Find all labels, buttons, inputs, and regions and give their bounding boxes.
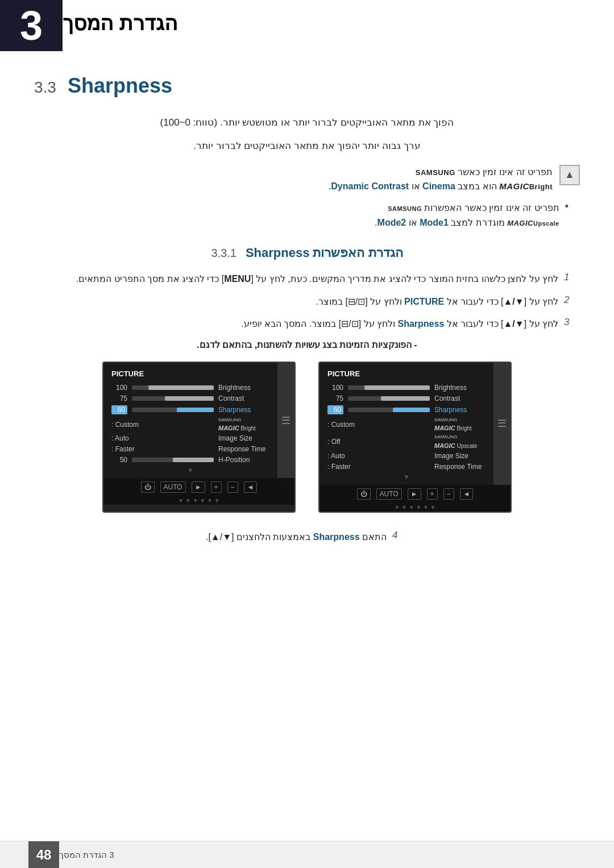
ctrl-power-left: ⏻ (357, 488, 371, 500)
header: הגדרת המסך 3 (0, 0, 614, 51)
monitor-right-inner: PICTURE Brightness 100 Contrast (103, 363, 277, 478)
footer: 48 3 הגדרת המסך (0, 841, 614, 868)
ctrl-minus-left: − (443, 488, 454, 500)
monitor-right-row-brightness: Brightness 100 (111, 384, 269, 392)
footer-page-number: 48 (28, 841, 59, 869)
ctrl-auto-right: AUTO (160, 481, 186, 493)
ctrl-power-right: ⏻ (141, 481, 155, 493)
section-title: Sharpness (68, 74, 172, 98)
monitor-right-flex: ☰ PICTURE Brightness 100 Contrast (103, 363, 294, 478)
r-brightness-value: 100 (111, 384, 127, 392)
chapter-title: הגדרת המסך (63, 0, 212, 51)
monitor-right-more: ▼ (111, 467, 269, 474)
step-4-number: 4 (392, 530, 408, 541)
footer-text: 3 הגדרת המסך (59, 850, 114, 860)
steps-container: 1 לחץ על לחצן כלשהו בחזית המוצר כדי להצי… (34, 272, 580, 331)
magicbright-value: : Custom (327, 421, 355, 429)
monitor-left-row-responsetime: Response Time : Faster (327, 463, 486, 471)
step-1-number: 1 (564, 272, 580, 283)
r-sharpness-label: Sharpness (218, 406, 269, 414)
monitor-right-row-contrast: Contrast 75 (111, 394, 269, 402)
section-number: 3.3 (34, 78, 56, 97)
note-text-2: תפריט זה אינו זמין כאשר האפשרות SAMSUNGM… (375, 201, 559, 230)
monitor-left-label: PICTURE (327, 369, 486, 378)
sharpness-label: Sharpness (434, 406, 486, 414)
notes-container: ▲ תפריט זה אינו זמין כאשר SAMSUNGMAGICBr… (34, 165, 580, 230)
monitor-left-bottom: ◄ − + ► AUTO ⏻ (320, 485, 511, 503)
r-responsetime-value: : Faster (111, 445, 135, 453)
contrast-bar (348, 396, 430, 401)
section-heading: 3.3 Sharpness (34, 74, 580, 98)
sharpness-bar (348, 408, 430, 412)
r-contrast-value: 75 (111, 394, 127, 402)
monitor-right-icon: ☰ (281, 414, 291, 427)
monitor-left-icon-box: ☰ (493, 363, 511, 485)
magicupscale-label: SAMSUNGMAGIC Upscale (434, 434, 486, 448)
main-content: 3.3 Sharpness הפוך את מתאר האובייקטים לב… (0, 51, 614, 575)
description-2: ערך גבוה יותר יהפוך את מתאר האובייקטים ל… (34, 138, 580, 155)
ctrl-plus-right: + (211, 481, 222, 493)
monitor-right-icon-box: ☰ (277, 363, 294, 478)
step-1: 1 לחץ על לחצן כלשהו בחזית המוצר כדי להצי… (34, 272, 580, 286)
r-magicbright-value: : Custom (111, 421, 139, 429)
monitor-right-row-magicbright: SAMSUNGMAGIC Bright : Custom (111, 417, 269, 431)
description-1: הפוך את מתאר האובייקטים לברור יותר או מט… (34, 115, 580, 131)
monitors-row: ☰ PICTURE Brightness 100 Contrast (34, 362, 580, 513)
step-3-number: 3 (564, 317, 580, 328)
subsection-title: הגדרת האפשרות Sharpness (246, 246, 403, 260)
r-brightness-label: Brightness (218, 384, 269, 392)
ctrl-fwd-right: ► (192, 481, 205, 493)
monitor-left-row-imagesize: Image Size : Auto (327, 452, 486, 460)
step-2-text: לחץ על [▼/▲] כדי לעבור אל PICTURE ולחץ ע… (316, 294, 559, 309)
subsection-heading: 3.3.1 הגדרת האפשרות Sharpness (34, 246, 580, 260)
brightness-bar (348, 385, 430, 390)
monitor-left-inner: PICTURE Brightness 100 Contrast (320, 363, 493, 485)
note-item-2: • תפריט זה אינו זמין כאשר האפשרות SAMSUN… (34, 201, 580, 230)
note-icon: ▲ (559, 165, 580, 185)
monitor-right-nav: ▼ ▼ ▼ ▼ ▼ ▼ (103, 496, 294, 505)
r-contrast-label: Contrast (218, 394, 269, 402)
monitor-right-row-responsetime: Response Time : Faster (111, 445, 269, 453)
imagesize-value: : Auto (327, 452, 345, 460)
monitor-left-icon: ☰ (497, 417, 507, 430)
monitor-right: ☰ PICTURE Brightness 100 Contrast (102, 362, 296, 513)
r-magicbright-label: SAMSUNGMAGIC Bright (218, 417, 269, 431)
ctrl-auto-left: AUTO (376, 488, 402, 500)
monitor-right-label: PICTURE (111, 369, 269, 378)
magicbright-label: SAMSUNGMAGIC Bright (434, 417, 486, 431)
ctrl-plus-left: + (427, 488, 438, 500)
monitor-right-row-sharpness: Sharpness 60 (111, 405, 269, 414)
monitor-left: ☰ PICTURE Brightness 100 Contrast (318, 362, 512, 513)
function-note: - הפונקציות הזמינות בצג עשויות להשתנות, … (34, 339, 580, 350)
monitor-right-row-hposition: H-Position 50 (111, 456, 269, 464)
monitor-right-row-imagesize: Image Size : Auto (111, 434, 269, 442)
monitor-left-row-magicbright: SAMSUNGMAGIC Bright : Custom (327, 417, 486, 431)
note-text-1: תפריט זה אינו זמין כאשר SAMSUNGMAGICBrig… (329, 165, 553, 194)
ctrl-back-right: ◄ (244, 481, 258, 493)
subsection-number: 3.3.1 (211, 247, 236, 260)
r-hposition-label: H-Position (218, 456, 269, 464)
note-item-1: ▲ תפריט זה אינו זמין כאשר SAMSUNGMAGICBr… (34, 165, 580, 194)
sharpness-value: 60 (327, 405, 343, 414)
step-4-text: התאם Sharpness באמצעות הלחצנים [▼/▲]. (206, 530, 387, 545)
r-sharpness-value: 60 (111, 405, 127, 414)
chapter-box: 3 (0, 0, 63, 51)
contrast-value: 75 (327, 394, 343, 402)
magicupscale-value: : Off (327, 438, 340, 446)
r-hposition-value: 50 (111, 456, 127, 464)
brightness-label: Brightness (434, 384, 486, 392)
monitor-left-flex: ☰ PICTURE Brightness 100 Contrast (320, 363, 511, 485)
imagesize-label: Image Size (434, 452, 486, 460)
monitor-left-nav: ▼ ▼ ▼ ▼ ▼ ▼ (320, 503, 511, 512)
step-2-number: 2 (564, 294, 580, 306)
chapter-number: 3 (20, 5, 43, 46)
step-3-text: לחץ על [▼/▲] כדי לעבור אל Sharpness ולחץ… (241, 317, 558, 331)
r-hposition-bar (132, 458, 214, 462)
monitor-left-row-sharpness: Sharpness 60 (327, 405, 486, 414)
r-responsetime-label: Response Time (218, 445, 269, 453)
contrast-label: Contrast (434, 394, 486, 402)
monitor-left-row-brightness: Brightness 100 (327, 384, 486, 392)
ctrl-fwd-left: ► (408, 488, 421, 500)
monitor-right-bottom: ◄ − + ► AUTO ⏻ (103, 478, 294, 496)
step-4: 4 התאם Sharpness באמצעות הלחצנים [▼/▲]. (34, 530, 580, 545)
